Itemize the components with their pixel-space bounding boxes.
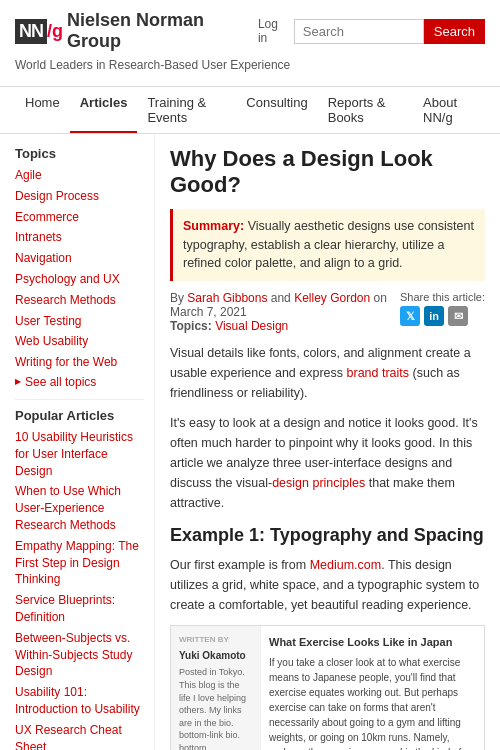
topics-label: Topics: <box>170 319 212 333</box>
design-principles-link[interactable]: design principles <box>272 476 365 490</box>
meta-topic-link[interactable]: Visual Design <box>215 319 288 333</box>
logo-text: Nielsen Norman Group <box>67 10 258 52</box>
meta-by: By <box>170 291 184 305</box>
see-all-topics[interactable]: See all topics <box>15 375 144 389</box>
article-content: Why Does a Design Look Good? Summary: Vi… <box>155 134 500 750</box>
header: NN/g Nielsen Norman Group Log in Search … <box>0 0 500 87</box>
sidebar-popular-3[interactable]: Service Blueprints: Definition <box>15 592 144 626</box>
sidebar-link-intranets[interactable]: Intranets <box>15 229 144 246</box>
sidebar-popular-0[interactable]: 10 Usability Heuristics for User Interfa… <box>15 429 144 479</box>
search-box: Search <box>294 19 485 44</box>
nav-item-articles[interactable]: Articles <box>70 87 138 133</box>
meta-and: and <box>271 291 294 305</box>
share-email-icon[interactable]: ✉ <box>448 306 468 326</box>
thumb-title: What Exercise Looks Like in Japan <box>269 634 476 652</box>
nav-item-training[interactable]: Training & Events <box>137 87 236 133</box>
popular-title: Popular Articles <box>15 408 144 423</box>
sidebar-popular-2[interactable]: Empathy Mapping: The First Step in Desig… <box>15 538 144 588</box>
nav-item-about[interactable]: About NN/g <box>413 87 485 133</box>
article-meta: By Sarah Gibbons and Kelley Gordon on Ma… <box>170 291 485 333</box>
article-title: Why Does a Design Look Good? <box>170 146 485 199</box>
meta-authors: By Sarah Gibbons and Kelley Gordon on Ma… <box>170 291 400 319</box>
sidebar-link-design-process[interactable]: Design Process <box>15 188 144 205</box>
sidebar-popular-5[interactable]: Usability 101: Introduction to Usability <box>15 684 144 718</box>
sidebar-link-navigation[interactable]: Navigation <box>15 250 144 267</box>
sidebar-link-agile[interactable]: Agile <box>15 167 144 184</box>
meta-author2[interactable]: Kelley Gordon <box>294 291 370 305</box>
summary-box: Summary: Visually aesthetic designs use … <box>170 209 485 281</box>
logo-g: /g <box>47 21 63 42</box>
thumb-sidebar: WRITTEN BY Yuki Okamoto Posted in Tokyo.… <box>171 626 261 750</box>
header-right: Log in Search <box>258 17 485 45</box>
meta-topics: Topics: Visual Design <box>170 319 400 333</box>
share-linkedin-icon[interactable]: in <box>424 306 444 326</box>
nav-item-home[interactable]: Home <box>15 87 70 133</box>
section-title: Example 1: Typography and Spacing <box>170 525 485 547</box>
sidebar-link-psychology[interactable]: Psychology and UX <box>15 271 144 288</box>
topics-title: Topics <box>15 146 144 161</box>
sidebar-popular-4[interactable]: Between-Subjects vs. Within-Subjects Stu… <box>15 630 144 680</box>
share-section: Share this article: 𝕏 in ✉ <box>400 291 485 326</box>
thumb-written-by: WRITTEN BY <box>179 634 252 647</box>
article-para-3: Our first example is from Medium.com. Th… <box>170 555 485 615</box>
thumb-article-content: What Exercise Looks Like in Japan If you… <box>261 626 484 750</box>
search-button[interactable]: Search <box>424 19 485 44</box>
share-label: Share this article: <box>400 291 485 303</box>
share-icons: 𝕏 in ✉ <box>400 306 485 326</box>
medium-link[interactable]: Medium.com <box>310 558 382 572</box>
login-link[interactable]: Log in <box>258 17 286 45</box>
sidebar-divider-1 <box>15 399 144 400</box>
sidebar-popular-6[interactable]: UX Research Cheat Sheet <box>15 722 144 750</box>
sidebar-link-user-testing[interactable]: User Testing <box>15 313 144 330</box>
sidebar-link-web-usability[interactable]: Web Usability <box>15 333 144 350</box>
main-layout: Topics Agile Design Process Ecommerce In… <box>0 134 500 750</box>
thumb-body-1: If you take a closer look at to what exe… <box>269 655 476 750</box>
sidebar: Topics Agile Design Process Ecommerce In… <box>0 134 155 750</box>
search-input[interactable] <box>294 19 424 44</box>
brand-traits-link[interactable]: brand traits <box>347 366 410 380</box>
article-para-1: Visual details like fonts, colors, and a… <box>170 343 485 403</box>
body3-start: Our first example is from <box>170 558 310 572</box>
nav-item-reports[interactable]: Reports & Books <box>318 87 413 133</box>
article-thumbnail: WRITTEN BY Yuki Okamoto Posted in Tokyo.… <box>170 625 485 750</box>
thumb-author-meta: Posted in Tokyo. This blog is the life I… <box>179 666 252 750</box>
meta-left: By Sarah Gibbons and Kelley Gordon on Ma… <box>170 291 400 333</box>
nav-item-consulting[interactable]: Consulting <box>236 87 317 133</box>
summary-label: Summary: <box>183 219 244 233</box>
tagline: World Leaders in Research-Based User Exp… <box>15 58 485 72</box>
meta-author1[interactable]: Sarah Gibbons <box>187 291 267 305</box>
sidebar-popular-1[interactable]: When to Use Which User-Experience Resear… <box>15 483 144 533</box>
sidebar-link-research-methods[interactable]: Research Methods <box>15 292 144 309</box>
header-top: NN/g Nielsen Norman Group Log in Search <box>15 10 485 52</box>
sidebar-link-ecommerce[interactable]: Ecommerce <box>15 209 144 226</box>
thumb-author-name: Yuki Okamoto <box>179 648 252 664</box>
sidebar-link-writing[interactable]: Writing for the Web <box>15 354 144 371</box>
main-nav: Home Articles Training & Events Consulti… <box>0 87 500 134</box>
logo: NN/g Nielsen Norman Group <box>15 10 258 52</box>
article-para-2: It's easy to look at a design and notice… <box>170 413 485 513</box>
article-body: Visual details like fonts, colors, and a… <box>170 343 485 750</box>
logo-nn: NN <box>15 19 47 44</box>
share-twitter-icon[interactable]: 𝕏 <box>400 306 420 326</box>
